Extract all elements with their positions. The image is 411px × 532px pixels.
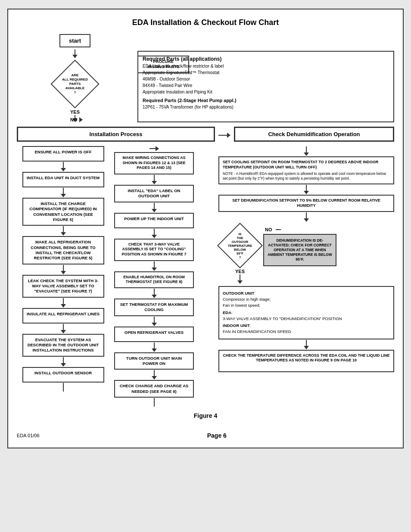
arrow-c2-1 — [152, 175, 157, 184]
arrow-c2-7 — [152, 342, 157, 352]
step-install-outdoor-sensor: INSTALL OUTDOOR SENSOR — [22, 367, 104, 383]
page-footer: EDA 01/06 Page 6 — [17, 432, 394, 439]
step-leak-check: LEAK CHECK THE SYSTEM WITH 3-WAY VALVE A… — [22, 275, 104, 298]
step-set-dehumid-setpoint: SET DEHUMIDIFICATION SETPOINT TO 5% BELO… — [218, 195, 394, 212]
required-parts-title2: Required Parts (2-Stage Heat Pump appl.) — [143, 97, 389, 104]
step-eda-label: INSTALL "EDA" LABEL ON OUTDOOR UNIT — [114, 185, 194, 202]
arrow6 — [61, 324, 66, 333]
page: EDA Installation & Checkout Flow Chart s… — [7, 9, 404, 448]
arrow-dh-0 — [218, 146, 394, 156]
start-box: start — [59, 34, 90, 47]
parts-available-diamond: ARE ALL REQUIRED PARTS AVAILABLE ? — [51, 60, 99, 108]
arrow2 — [61, 188, 66, 197]
arrow4 — [61, 265, 66, 274]
arrow-dh-3 — [218, 340, 394, 349]
step-turn-outdoor-power-on: TURN OUTDOOR UNIT MAIN POWER ON — [114, 352, 194, 370]
step-ensure-power-off: ENSURE ALL POWER IS OFF — [22, 146, 104, 162]
arrow-dh-1 — [218, 185, 394, 194]
arrow-start-down — [72, 50, 78, 58]
arrow5 — [61, 298, 66, 308]
required-parts-box: Required Parts (all applications) EDA Un… — [137, 51, 394, 122]
figure-caption: Figure 4 — [17, 412, 394, 419]
step-set-thermostat-max-cooling: SET THERMOSTAT FOR MAXIMUM COOLING — [114, 299, 194, 316]
h-arrow-col2 — [156, 146, 159, 151]
arrow7 — [61, 357, 66, 367]
arrow-c2-5 — [152, 289, 157, 298]
step-evacuate-system: EVACUATE THE SYSTEM AS DESCRIBED IN THE … — [22, 334, 104, 357]
step-refrigeration-connections: MAKE ALL REFRIGERATION CONNECTIONS, BEIN… — [22, 236, 104, 264]
required-parts-items2: 12P61 - 75VA Transformer (for HP applica… — [143, 104, 389, 110]
arrow-c2-2 — [152, 203, 157, 212]
no-label: NO — [70, 117, 78, 122]
section-arrow — [227, 133, 230, 138]
step-check-temp-difference: CHECK THE TEMPERATURE DIFFERENCE ACROSS … — [218, 350, 394, 372]
arrow-c2-3 — [152, 229, 157, 238]
required-parts-title: Required Parts (all applications) — [143, 55, 389, 63]
step-set-cooling-setpoint: SET COOLING SETPOINT ON ROOM THERMOSTAT … — [218, 156, 394, 184]
indoor-unit-label: INDOOR UNIT — [223, 323, 250, 328]
step-open-refrigerant-valves: OPEN REFRIGERANT VALVES — [114, 327, 194, 342]
dehumid-section: SET COOLING SETPOINT ON ROOM THERMOSTAT … — [218, 146, 394, 372]
yes-arrow-dh — [237, 274, 243, 284]
arrow-c2-8 — [152, 370, 157, 380]
outdoor-temp-diamond-text: IS THE OUTDOOR TEMPERATURE BELOW 95°F ? — [224, 232, 255, 259]
arrow3 — [61, 226, 66, 236]
check-dehumid-header: Check Dehumidification Operation — [234, 127, 394, 142]
outdoor-temp-diamond: IS THE OUTDOOR TEMPERATURE BELOW 95°F ? — [218, 224, 262, 267]
no-label-dh: NO — [265, 227, 272, 232]
arrow-c2-6 — [152, 317, 157, 326]
yes-label-dh: YES — [235, 269, 245, 274]
arrow-c2-9 — [154, 398, 155, 407]
footer-left: EDA 01/06 — [17, 433, 40, 438]
arrow-c2-4 — [152, 261, 157, 271]
install-col1: ENSURE ALL POWER IS OFF INSTALL EDA UNIT… — [17, 146, 109, 392]
step-wiring-connections: MAKE WIRING CONNECTIONS AS SHOWN IN FIGU… — [114, 152, 194, 174]
step-check-3way-valve: CHECK THAT 3-WAY VALVE ASSEMBLY IS SET T… — [114, 239, 194, 261]
page-number: Page 6 — [207, 432, 227, 439]
yes-label: YES — [70, 109, 80, 115]
arrow8 — [63, 383, 64, 392]
outdoor-unit-label: OUTDOOR UNIT — [223, 291, 254, 296]
step-install-eda-duct: INSTALL EDA UNIT IN DUCT SYSTEM — [22, 172, 104, 187]
step-install-charge-compensator: INSTALL THE CHARGE COMPENSATOR (IF REQUI… — [22, 198, 104, 226]
page-title: EDA Installation & Checkout Flow Chart — [17, 18, 394, 27]
required-parts-items: EDA Unit, with check/flow restrictor & l… — [143, 63, 389, 95]
installation-process-header: Installation Process — [17, 127, 215, 142]
step-insulate-lines: INSULATE ALL REFRIGERANT LINES — [22, 308, 104, 324]
arrow1 — [61, 162, 66, 171]
outdoor-unit-info-box: OUTDOOR UNIT: Compressor in high stage; … — [218, 286, 394, 339]
install-col2: MAKE WIRING CONNECTIONS AS SHOWN IN FIGU… — [112, 146, 196, 407]
diamond-text: ARE ALL REQUIRED PARTS AVAILABLE ? — [58, 73, 92, 95]
step-power-up-indoor: POWER UP THE INDOOR UNIT — [114, 213, 194, 228]
arrow-dh-2 — [218, 212, 394, 222]
dehumid-deactivated-box: DEHUMIDIFICATION IS DE-ACTIVATED; CHECK … — [263, 234, 336, 266]
step-check-charge: CHECK CHARGE AND CHARGE AS NEEDED (SEE P… — [114, 380, 194, 398]
eda-label: EDA — [223, 310, 231, 315]
step-enable-humiditrol: ENABLE HUMIDITROL ON ROOM THERMOSTAT (SE… — [114, 271, 194, 288]
